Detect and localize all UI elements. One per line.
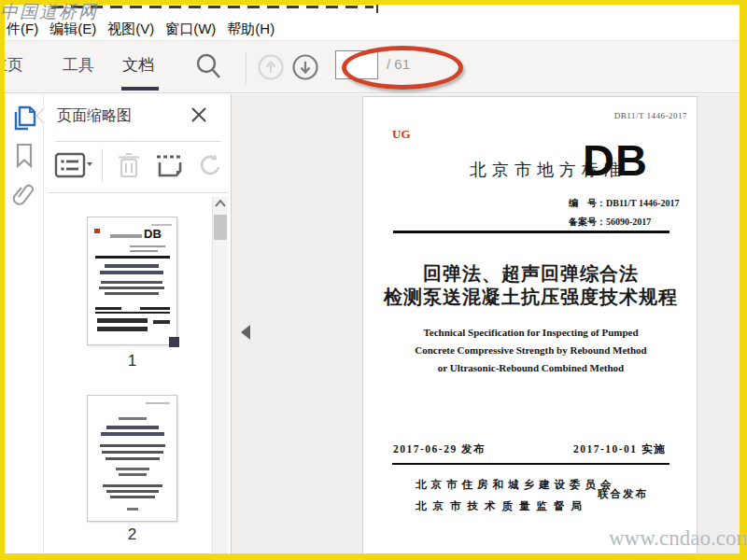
text-line-bar [102, 451, 163, 454]
publisher-line-bar [97, 327, 148, 331]
panel-tool-divider [102, 148, 103, 182]
doc-title-en-line3: or Ultrasonic-Rebound Combined Method [363, 362, 698, 373]
thumbnail-options-dropdown[interactable] [54, 152, 93, 178]
thumbnail-page-1-label: 1 [87, 352, 177, 371]
text-line-bar [119, 417, 147, 420]
text-line-bar [110, 234, 142, 238]
text-line-bar [110, 496, 155, 498]
text-line-bar [130, 245, 165, 247]
tab-tools[interactable]: 工具 [63, 54, 94, 76]
content-area: 页面缩略图 [5, 94, 740, 553]
doc-record-line: 备案号：56090-2017 [569, 216, 651, 229]
window-title-caret [376, 5, 378, 13]
doc-number-line: 编 号：DB11/T 1446-2017 [569, 197, 679, 210]
text-line-bar [146, 402, 170, 404]
text-line-bar [130, 250, 158, 252]
text-line-bar [103, 484, 162, 487]
text-line-bar [100, 444, 165, 447]
divider-bar [95, 256, 170, 259]
thumb-ug-mark [94, 229, 100, 233]
doc-title-cn-line1: 回弹法、超声回弹综合法 [363, 261, 698, 287]
thumbnail-page-1[interactable]: DB [87, 217, 177, 345]
doc-rule [393, 231, 669, 233]
frame-border [740, 0, 747, 560]
doc-header-code: DB11/T 1446-2017 [614, 111, 687, 120]
document-viewer: DB11/T 1446-2017 UG 北京市地方标准 DB 编 号：DB11/… [232, 94, 740, 553]
active-tab-underline [121, 87, 159, 91]
doc-publisher-line1: 北京市住房和城乡建设委员会 [416, 478, 616, 492]
text-line-bar [116, 468, 149, 470]
watermark-top-left: 中国道桥网 [0, 0, 98, 24]
toolbar-divider [246, 52, 247, 84]
navigation-icon-strip [5, 94, 44, 553]
publisher-line-bar [153, 320, 170, 324]
text-line-bar [106, 490, 159, 493]
frame-border [0, 0, 5, 560]
menu-bar: 件(F) 编辑(E) 视图(V) 窗口(W) 帮助(H) [5, 18, 733, 40]
doc-implement-date: 2017-10-01 实施 [573, 442, 666, 456]
menu-help[interactable]: 帮助(H) [221, 19, 280, 40]
window-title-clipped [51, 6, 374, 8]
delete-page-icon [116, 151, 142, 179]
menu-view[interactable]: 视图(V) [102, 19, 160, 40]
doc-publisher-line2: 北京市技术质量监督局 [416, 499, 588, 513]
date-line-bar [140, 307, 170, 310]
close-panel-icon[interactable] [189, 105, 209, 125]
title-bar: 件(F) 编辑(E) 视图(V) 窗口(W) 帮助(H) [5, 5, 740, 40]
rotate-page-icon [196, 152, 224, 178]
frame-border [0, 553, 747, 560]
scrollbar-thumb[interactable] [214, 215, 227, 240]
thumbnails-panel: 页面缩略图 [44, 94, 232, 553]
divider-bar [95, 312, 170, 314]
doc-db-logo: DB [583, 134, 648, 186]
doc-corner-mark: UG [392, 127, 411, 142]
thumbnails-scrollbar[interactable] [212, 197, 228, 553]
tab-document[interactable]: 文档 [122, 54, 154, 76]
doc-title-en-line2: Concrete Compressive Strength by Rebound… [363, 344, 698, 356]
panel-title: 页面缩略图 [57, 106, 132, 126]
thumbnail-page-2[interactable] [87, 395, 177, 522]
collapse-panel-arrow[interactable] [241, 325, 250, 340]
text-line-bar [127, 508, 138, 511]
text-line-bar [105, 292, 159, 295]
tab-home[interactable]: 主页 [5, 54, 23, 76]
text-line-bar [106, 457, 160, 460]
page-thumbnails-icon[interactable] [12, 104, 38, 132]
doc-title-en-line1: Technical Specification for Inspecting o… [363, 327, 698, 338]
panel-divider [55, 141, 221, 142]
watermark-bottom-right: www.cndao.com [609, 526, 747, 551]
doc-joint-release: 联合发布 [598, 487, 648, 501]
title-line-bar [100, 271, 163, 274]
thumbnail-selection-handle[interactable] [169, 337, 179, 347]
app-window: 件(F) 编辑(E) 视图(V) 窗口(W) 帮助(H) 主页 工具 文档 [0, 0, 747, 560]
bookmarks-icon[interactable] [15, 143, 34, 169]
attachments-icon[interactable] [13, 182, 35, 206]
frame-border [0, 0, 747, 5]
text-line-bar [151, 224, 172, 226]
menu-window[interactable]: 窗口(W) [160, 19, 221, 40]
title-line-bar [106, 426, 159, 429]
page-number-annotation-ellipse [342, 46, 463, 90]
panel-divider [48, 192, 228, 193]
document-page: DB11/T 1446-2017 UG 北京市地方标准 DB 编 号：DB11/… [362, 96, 698, 553]
doc-title-cn-line2: 检测泵送混凝土抗压强度技术规程 [363, 285, 698, 310]
previous-page-button[interactable] [257, 53, 285, 81]
title-line-bar [101, 432, 164, 436]
thumbnail-page-2-label: 2 [87, 525, 177, 544]
text-line-bar [99, 287, 164, 289]
date-line-bar [95, 307, 121, 310]
doc-issue-date: 2017-06-29 发布 [393, 442, 486, 456]
next-page-button[interactable] [291, 53, 319, 81]
text-line-bar [119, 473, 147, 476]
search-icon[interactable] [194, 51, 222, 81]
publisher-line-bar [97, 318, 148, 323]
scrollbar-up-icon[interactable] [215, 199, 226, 208]
text-line-bar [101, 281, 162, 284]
doc-rule [392, 463, 669, 465]
thumb-db-logo: DB [144, 227, 162, 241]
title-line-bar [105, 264, 159, 268]
split-pages-icon[interactable] [154, 150, 184, 180]
